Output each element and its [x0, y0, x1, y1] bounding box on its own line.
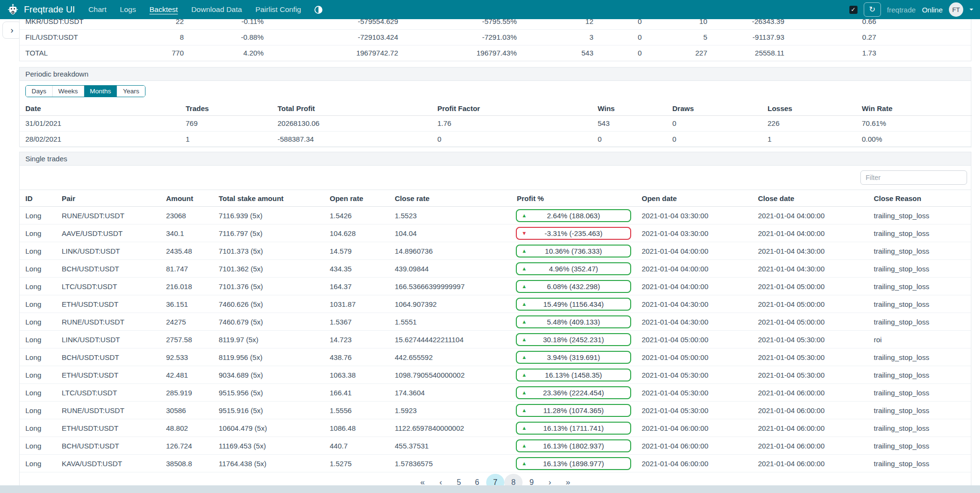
- column-header-id[interactable]: ID: [20, 190, 56, 207]
- trade-row[interactable]: LongBCH/USDT:USDT126.72411169.453 (5x)44…: [20, 437, 971, 455]
- profit-cell: ▲5.48% (409.133): [511, 313, 636, 331]
- nav-link-download-data[interactable]: Download Data: [191, 5, 242, 14]
- trade-row[interactable]: LongLTC/USDT:USDT216.0187101.376 (5x)164…: [20, 278, 971, 295]
- value-cell: -588387.34: [272, 131, 432, 147]
- theme-toggle-icon[interactable]: [314, 6, 323, 14]
- profit-value: -3.31% (-235.463): [545, 229, 602, 237]
- pair-cell: KAVA/USDT:USDT: [56, 455, 160, 472]
- trade-row[interactable]: LongLTC/USDT:USDT285.9199515.956 (5x)166…: [20, 384, 971, 402]
- open-rate-cell: 1.5556: [324, 402, 389, 419]
- period-button-weeks[interactable]: Weeks: [53, 86, 84, 97]
- close-date-cell: 2021-01-04 05:00:00: [752, 295, 868, 313]
- direction-cell: Long: [20, 224, 56, 242]
- column-header-total-profit[interactable]: Total Profit: [272, 102, 432, 115]
- period-button-days[interactable]: Days: [26, 86, 53, 97]
- column-header-profit-factor[interactable]: Profit Factor: [432, 102, 592, 115]
- close-rate-cell: 1064.907392: [389, 295, 511, 313]
- open-date-cell: 2021-01-04 06:00:00: [636, 419, 752, 437]
- column-header-close-date[interactable]: Close date: [752, 190, 868, 207]
- nav-link-logs[interactable]: Logs: [120, 5, 136, 14]
- column-header-win-rate[interactable]: Win Rate: [856, 102, 972, 115]
- period-button-years[interactable]: Years: [117, 86, 145, 97]
- value-cell: 28/02/2021: [20, 131, 180, 147]
- chevron-down-icon[interactable]: [969, 9, 973, 12]
- column-header-open-rate[interactable]: Open rate: [324, 190, 389, 207]
- profit-badge: ▲16.13% (1898.977): [516, 457, 631, 470]
- column-header-losses[interactable]: Losses: [762, 102, 856, 115]
- pair-summary-row[interactable]: MKR/USDT:USDT22-0.11%-579554.629-5795.55…: [20, 19, 971, 29]
- column-header-pair[interactable]: Pair: [56, 190, 160, 207]
- filter-input[interactable]: [860, 170, 967, 185]
- column-header-total-stake-amount[interactable]: Total stake amount: [213, 190, 324, 207]
- column-header-close-rate[interactable]: Close rate: [389, 190, 511, 207]
- profit-value: 6.08% (432.298): [547, 282, 600, 291]
- brand-title[interactable]: Freqtrade UI: [24, 4, 75, 15]
- reload-button[interactable]: ↻: [864, 2, 881, 17]
- value-cell: 1: [762, 131, 856, 147]
- direction-cell: Long: [20, 419, 56, 437]
- trade-row[interactable]: LongAAVE/USDT:USDT340.17116.797 (5x)104.…: [20, 224, 971, 242]
- column-header-open-date[interactable]: Open date: [636, 190, 752, 207]
- value-cell: 0: [599, 29, 647, 45]
- stake-cell: 7116.939 (5x): [213, 207, 324, 224]
- close-date-cell: 2021-01-04 06:00:00: [752, 455, 868, 472]
- amount-cell: 216.018: [160, 278, 213, 295]
- open-rate-cell: 164.37: [324, 278, 389, 295]
- pair-cell: LTC/USDT:USDT: [56, 384, 160, 402]
- profit-value: 16.13% (1458.35): [545, 371, 602, 379]
- footer-strip: [0, 485, 980, 493]
- trade-row[interactable]: LongRUNE/USDT:USDT230687116.939 (5x)1.54…: [20, 207, 971, 224]
- profit-value: 16.13% (1711.741): [543, 424, 603, 432]
- profit-value: 15.49% (1156.434): [543, 300, 603, 308]
- stake-cell: 9034.689 (5x): [213, 366, 324, 384]
- stake-cell: 8119.97 (5x): [213, 331, 324, 348]
- nav-link-backtest[interactable]: Backtest: [149, 5, 178, 14]
- value-cell: 543: [523, 45, 599, 61]
- triangle-up-icon: ▲: [522, 390, 527, 395]
- nav-link-pairlist-config[interactable]: Pairlist Config: [256, 5, 301, 14]
- trade-row[interactable]: LongBCH/USDT:USDT81.7477101.362 (5x)434.…: [20, 260, 971, 278]
- trade-row[interactable]: LongETH/USDT:USDT42.4819034.689 (5x)1063…: [20, 366, 971, 384]
- pair-cell: BCH/USDT:USDT: [56, 348, 160, 366]
- value-cell: 0: [667, 115, 762, 131]
- profit-cell: ▼-3.31% (-235.463): [511, 224, 636, 242]
- trade-row[interactable]: LongLINK/USDT:USDT2757.588119.97 (5x)14.…: [20, 331, 971, 348]
- open-rate-cell: 438.76: [324, 348, 389, 366]
- profit-badge: ▲16.13% (1458.35): [516, 369, 631, 381]
- autorefresh-checkbox[interactable]: ✓: [849, 6, 858, 14]
- open-date-cell: 2021-01-04 04:30:00: [636, 313, 752, 331]
- trade-row[interactable]: LongETH/USDT:USDT36.1517460.626 (5x)1031…: [20, 295, 971, 313]
- column-header-wins[interactable]: Wins: [592, 102, 667, 115]
- column-header-trades[interactable]: Trades: [180, 102, 272, 115]
- profit-value: 5.48% (409.133): [547, 318, 600, 326]
- trade-row[interactable]: LongETH/USDT:USDT48.80210604.479 (5x)108…: [20, 419, 971, 437]
- periodic-row[interactable]: 31/01/202176920268130.061.76543022670.61…: [20, 115, 972, 131]
- nav-link-chart[interactable]: Chart: [89, 5, 107, 14]
- column-header-close-reason[interactable]: Close Reason: [868, 190, 971, 207]
- value-cell: 0.00%: [856, 131, 972, 147]
- period-button-months[interactable]: Months: [84, 86, 117, 97]
- close-date-cell: 2021-01-04 05:00:00: [752, 278, 868, 295]
- bot-name[interactable]: freqtrade: [887, 6, 916, 14]
- close-reason-cell: trailing_stop_loss: [868, 260, 971, 278]
- open-date-cell: 2021-01-04 06:00:00: [636, 455, 752, 472]
- trade-row[interactable]: LongRUNE/USDT:USDT305869515.916 (5x)1.55…: [20, 402, 971, 419]
- avatar[interactable]: FT: [949, 2, 963, 17]
- sidebar-expand-button[interactable]: ›: [2, 22, 22, 39]
- periodic-row[interactable]: 28/02/20211-588387.3400010.00%: [20, 131, 972, 147]
- trade-row[interactable]: LongLINK/USDT:USDT2435.487101.373 (5x)14…: [20, 242, 971, 260]
- column-header-draws[interactable]: Draws: [667, 102, 762, 115]
- trade-row[interactable]: LongRUNE/USDT:USDT242757460.679 (5x)1.53…: [20, 313, 971, 331]
- profit-cell: ▲16.13% (1458.35): [511, 366, 636, 384]
- trade-row[interactable]: LongKAVA/USDT:USDT38508.811764.438 (5x)1…: [20, 455, 971, 472]
- triangle-up-icon: ▲: [522, 302, 527, 307]
- trade-row[interactable]: LongBCH/USDT:USDT92.5338119.956 (5x)438.…: [20, 348, 971, 366]
- column-header-profit-[interactable]: Profit %: [511, 190, 636, 207]
- pair-summary-row[interactable]: FIL/USDT:USDT8-0.88%-729103.424-7291.03%…: [20, 29, 971, 45]
- value-cell: 1.73: [790, 45, 882, 61]
- column-header-date[interactable]: Date: [20, 102, 180, 115]
- triangle-up-icon: ▲: [522, 426, 527, 431]
- triangle-down-icon: ▼: [522, 231, 527, 236]
- column-header-amount[interactable]: Amount: [160, 190, 213, 207]
- pair-summary-row[interactable]: TOTAL7704.20%19679742.72196797.43%543022…: [20, 45, 971, 61]
